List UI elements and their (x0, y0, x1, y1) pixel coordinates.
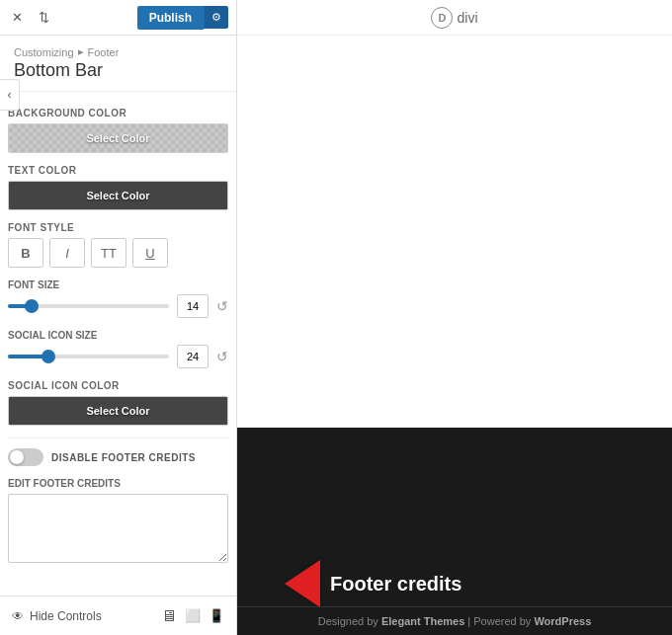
font-size-label: FONT SIZE (8, 279, 228, 290)
font-style-row: B I TT U (8, 238, 228, 268)
social-icon-size-label: SOCIAL ICON SIZE (8, 330, 228, 341)
social-icon-size-thumb[interactable] (42, 350, 55, 363)
divi-logo: D divi (431, 7, 477, 29)
breadcrumb-section: Customizing ▸ Footer Bottom Bar (0, 36, 236, 92)
disable-footer-toggle-row: DISABLE FOOTER CREDITS (8, 448, 228, 466)
font-size-reset[interactable]: ↺ (216, 298, 228, 314)
footer-bar: Footer credits Designed by Elegant Theme… (237, 428, 672, 635)
desktop-device-button[interactable]: 🖥 (161, 607, 177, 625)
mobile-device-button[interactable]: 📱 (209, 607, 224, 625)
social-icon-color-button[interactable]: Select Color (8, 396, 228, 426)
footer-credits-text: Footer credits (330, 573, 462, 595)
social-icon-size-reset[interactable]: ↺ (216, 349, 228, 364)
page-title: Bottom Bar (14, 60, 222, 81)
breadcrumb: Customizing ▸ Footer (14, 45, 222, 58)
text-color-label: TEXT COLOR (8, 165, 228, 176)
device-icons: 🖥 ⬜ 📱 (161, 607, 224, 625)
social-icon-color-select-label: Select Color (86, 405, 149, 417)
hide-controls-btn[interactable]: 👁 Hide Controls (12, 609, 151, 623)
wordpress-link: WordPress (534, 615, 591, 627)
font-size-row: FONT SIZE 14 ↺ (8, 279, 228, 318)
breadcrumb-customizing[interactable]: Customizing (14, 46, 74, 58)
red-arrow-icon (261, 560, 320, 607)
social-icon-size-row: SOCIAL ICON SIZE 24 ↺ (8, 330, 228, 368)
tablet-device-button[interactable]: ⬜ (185, 607, 201, 625)
social-icon-color-label: SOCIAL ICON COLOR (8, 380, 228, 391)
footer-credits-row: Footer credits (261, 560, 462, 607)
breadcrumb-separator: ▸ (78, 45, 84, 58)
preview-header: D divi (237, 0, 672, 36)
divi-text: divi (457, 10, 477, 26)
top-bar: ✕ ⇅ Publish ⚙ (0, 0, 236, 36)
font-size-value[interactable]: 14 (177, 294, 209, 318)
publish-button[interactable]: Publish (137, 6, 204, 30)
social-icon-size-value[interactable]: 24 (177, 345, 209, 368)
close-button[interactable]: ✕ (8, 6, 27, 29)
bottom-bar: 👁 Hide Controls 🖥 ⬜ 📱 (0, 595, 236, 635)
back-button[interactable]: ‹ (0, 79, 20, 111)
social-icon-color-wrapper: Select Color (8, 396, 228, 426)
breadcrumb-section[interactable]: Footer (88, 46, 120, 58)
social-icon-size-slider[interactable] (8, 355, 169, 358)
eye-icon: 👁 (12, 609, 24, 623)
elegant-themes-link: Elegant Themes (381, 615, 464, 627)
footer-credits-textarea[interactable] (8, 494, 228, 563)
sort-button[interactable]: ⇅ (35, 6, 53, 29)
divider (8, 437, 228, 438)
publish-settings-button[interactable]: ⚙ (204, 6, 228, 29)
divi-circle-icon: D (431, 7, 453, 29)
font-italic-button[interactable]: I (49, 238, 85, 268)
text-color-select-label: Select Color (86, 190, 149, 201)
hide-controls-label: Hide Controls (30, 609, 102, 623)
background-color-label: BACKGROUND COLOR (8, 108, 228, 119)
preview-content (237, 36, 672, 428)
text-color-wrapper: Select Color (8, 181, 228, 210)
font-size-thumb[interactable] (25, 299, 39, 313)
panel-content: BACKGROUND COLOR Select Color TEXT COLOR… (0, 92, 236, 595)
background-color-select-label: Select Color (86, 132, 149, 144)
font-size-slider[interactable] (8, 304, 169, 308)
font-style-label: FONT STYLE (8, 222, 228, 233)
font-bold-button[interactable]: B (8, 238, 43, 268)
toggle-knob (10, 450, 24, 464)
background-color-wrapper: Select Color (8, 123, 228, 153)
font-underline-button[interactable]: U (132, 238, 168, 268)
background-color-button[interactable]: Select Color (8, 123, 228, 153)
font-tt-button[interactable]: TT (91, 238, 126, 268)
edit-footer-credits-label: EDIT FOOTER CREDITS (8, 478, 228, 489)
text-color-button[interactable]: Select Color (8, 181, 228, 210)
disable-footer-toggle[interactable] (8, 448, 43, 466)
disable-footer-label: DISABLE FOOTER CREDITS (51, 452, 196, 463)
footer-bottom-text: Designed by Elegant Themes | Powered by … (237, 606, 672, 635)
